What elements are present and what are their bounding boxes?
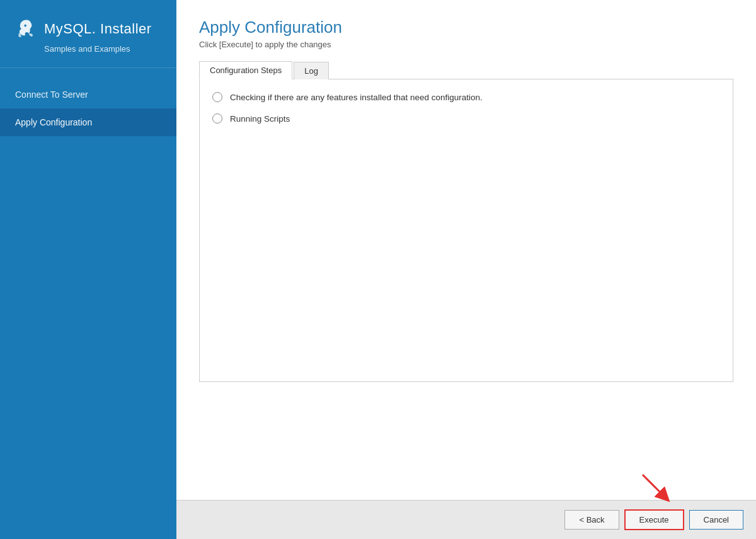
step-item-running-scripts: Running Scripts — [212, 113, 720, 124]
step-label-running-scripts: Running Scripts — [230, 114, 290, 124]
step-label-check-features: Checking if there are any features insta… — [230, 93, 483, 102]
cancel-button[interactable]: Cancel — [689, 510, 743, 530]
back-button[interactable]: < Back — [564, 510, 619, 530]
tabs-container: Configuration Steps Log — [199, 61, 733, 79]
step-radio-check-features — [212, 92, 222, 102]
content-area: Apply Configuration Click [Execute] to a… — [176, 0, 756, 500]
step-radio-running-scripts — [212, 113, 222, 124]
steps-box: Checking if there are any features insta… — [199, 79, 733, 382]
main-content: Apply Configuration Click [Execute] to a… — [176, 0, 756, 539]
dolphin-icon — [15, 18, 38, 40]
sidebar: MySQL. Installer Samples and Examples Co… — [0, 0, 176, 539]
footer: < Back Execute Cancel — [176, 500, 756, 539]
sidebar-item-connect-to-server[interactable]: Connect To Server — [0, 81, 176, 108]
tab-configuration-steps[interactable]: Configuration Steps — [199, 61, 292, 79]
sidebar-nav: Connect To Server Apply Configuration — [0, 81, 176, 539]
app-title: MySQL. Installer — [44, 21, 152, 37]
mysql-logo-area: MySQL. Installer — [15, 18, 161, 40]
step-item-check-features: Checking if there are any features insta… — [212, 92, 720, 102]
tab-log[interactable]: Log — [294, 62, 329, 79]
execute-button[interactable]: Execute — [624, 509, 684, 530]
sidebar-header: MySQL. Installer Samples and Examples — [0, 0, 176, 68]
sidebar-item-apply-configuration[interactable]: Apply Configuration — [0, 108, 176, 136]
page-title: Apply Configuration — [199, 18, 733, 37]
app-subtitle: Samples and Examples — [15, 44, 161, 54]
page-subtitle: Click [Execute] to apply the changes — [199, 40, 733, 49]
